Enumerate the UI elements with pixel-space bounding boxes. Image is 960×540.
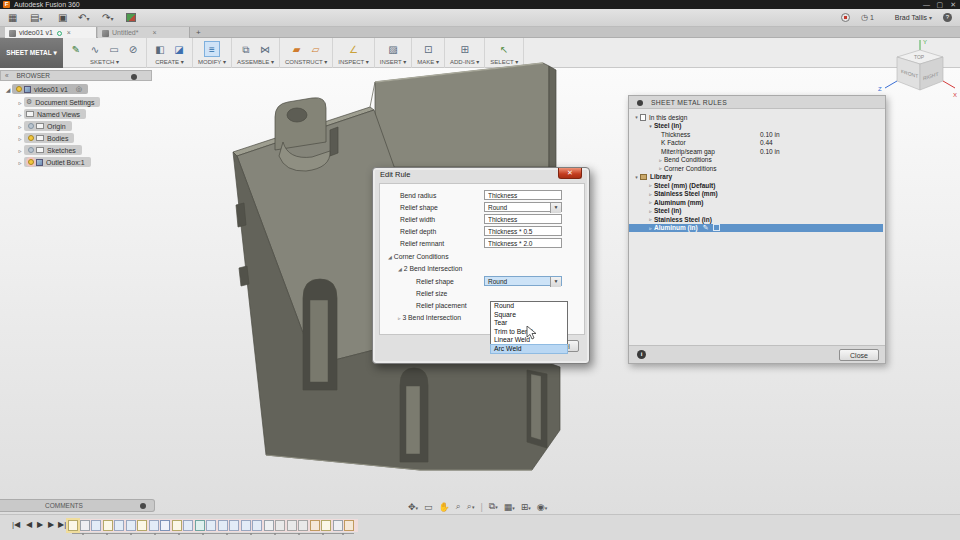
timeline-feature-icon[interactable] [218,520,228,531]
timeline-step-back-icon[interactable]: ◀ [26,520,32,529]
timeline-feature-icon[interactable] [287,520,297,531]
timeline-feature-icon[interactable] [80,520,90,531]
rules-row[interactable]: ▹Corner Conditions [633,164,883,173]
pan-orbit-icon[interactable]: ✥▾ [408,502,418,512]
expand-icon[interactable]: ▹ [16,135,24,142]
rules-row[interactable]: ▾In this design [633,113,883,122]
expand-icon[interactable]: ▹ [16,147,24,154]
activate-radio-icon[interactable]: ◎ [76,85,82,93]
browser-row[interactable]: ▹ Sketches [4,145,100,155]
visibility-bulb-icon[interactable] [28,135,34,141]
timeline-feature-icon[interactable] [91,520,101,531]
section-label[interactable]: 2 Bend Intersection [404,265,463,272]
dropdown-arrow-icon[interactable]: ▼ [550,277,561,287]
expand-icon[interactable]: ▹ [16,99,24,106]
rules-panel-header[interactable]: SHEET METAL RULES [629,96,885,109]
timeline-play-icon[interactable]: ▶ [37,520,43,529]
browser-row[interactable]: ▹ ⚙Document Settings [4,97,100,107]
dropdown-option[interactable]: Square [491,311,567,320]
visibility-bulb-icon[interactable] [16,86,22,92]
timeline-skip-start-icon[interactable]: |◀ [12,520,20,529]
timeline-feature-icon[interactable] [172,520,182,531]
timeline-feature-icon[interactable] [206,520,216,531]
visibility-bulb-icon[interactable] [28,159,34,165]
dropdown-option-highlighted[interactable]: Arc Weld [491,345,567,354]
timeline-feature-icon[interactable] [264,520,274,531]
look-at-icon[interactable]: ▭ [424,502,433,512]
section-expand-icon[interactable]: ◢ [398,266,402,272]
visibility-icon[interactable]: ◉▾ [537,502,547,512]
rules-row[interactable]: ▹Stainless Steel (in) [633,215,883,224]
relief-depth-input[interactable] [484,226,562,236]
relief-remnant-input[interactable] [484,238,562,248]
rules-row[interactable]: ▹Steel (mm) (Default) [633,181,883,190]
timeline-feature-icon[interactable] [137,520,147,531]
timeline-feature-icon[interactable] [68,520,78,531]
timeline-feature-icon[interactable] [321,520,331,531]
pan-hand-icon[interactable]: ✋ [439,502,450,512]
timeline-feature-icon[interactable] [114,520,124,531]
expand-icon[interactable]: ▹ [16,111,24,118]
relief-shape-select[interactable]: Round▼ [484,202,562,212]
timeline-feature-icon[interactable] [310,520,320,531]
browser-header[interactable]: « BROWSER [0,70,152,81]
dropdown-arrow-icon[interactable]: ▼ [550,203,561,213]
collapse-icon[interactable]: « [5,72,9,79]
info-icon[interactable]: i [637,350,646,359]
timeline-feature-icon[interactable] [149,520,159,531]
visibility-bulb-icon[interactable] [28,147,34,153]
timeline-feature-icon[interactable] [275,520,285,531]
timeline-feature-icon[interactable] [298,520,308,531]
rules-row-selected[interactable]: ▹Aluminum (in) ✎ [629,224,883,233]
timeline-feature-icon[interactable] [183,520,193,531]
browser-root-row[interactable]: ◢ video01 v1 ◎ [4,84,100,94]
timeline-skip-end-icon[interactable]: ▶| [58,520,66,529]
rules-row[interactable]: ▾Library [633,173,883,182]
expand-icon[interactable]: ◢ [4,86,12,93]
section-expand-icon[interactable]: ▹ [398,315,401,321]
panel-grip-icon[interactable] [637,100,643,106]
timeline-feature-icon[interactable] [195,520,205,531]
rules-row[interactable]: ▹Stainless Steel (mm) [633,190,883,199]
timeline-feature-icon[interactable] [126,520,136,531]
timeline-feature-icon[interactable] [229,520,239,531]
browser-row[interactable]: ▹ Outlet Box:1 [4,157,100,167]
visibility-bulb-icon[interactable] [28,123,34,129]
edit-rule-pencil-icon[interactable]: ✎ [703,224,709,232]
section-label[interactable]: 3 Bend Intersection [402,314,461,321]
section-label[interactable]: Corner Conditions [394,253,449,260]
browser-row[interactable]: ▹ Bodies [4,133,100,143]
timeline-feature-icon[interactable] [252,520,262,531]
view-cube[interactable]: Y Z X TOP FRONT RIGHT [875,35,960,105]
browser-row[interactable]: ▹ Named Views [4,109,100,119]
dropdown-option[interactable]: Round [491,302,567,311]
bend-radius-input[interactable] [484,190,562,200]
section-expand-icon[interactable]: ◢ [388,254,392,260]
timeline-feature-icon[interactable] [241,520,251,531]
zoom-icon[interactable]: ⌕ [456,501,461,512]
expand-icon[interactable]: ▹ [16,159,24,166]
timeline-feature-icon[interactable] [333,520,343,531]
browser-options-icon[interactable] [131,74,137,80]
rules-row[interactable]: ▹Bend Conditions [633,156,883,165]
copy-rule-icon[interactable] [713,224,720,231]
rules-row[interactable]: ▹Steel (in) [633,207,883,216]
close-panel-button[interactable]: Close [839,349,879,361]
expand-icon[interactable]: ▹ [16,123,24,130]
dialog-close-button[interactable]: ✕ [558,168,582,179]
rules-row[interactable]: ▾Steel (in) [633,122,883,131]
relief-shape-2bend-select[interactable]: Round▼ [484,276,562,286]
timeline-feature-icon[interactable] [160,520,170,531]
rules-row[interactable]: ▹Aluminum (mm) [633,198,883,207]
relief-width-input[interactable] [484,214,562,224]
grid-settings-icon[interactable]: ▦▾ [504,502,515,512]
browser-row[interactable]: ▹ Origin [4,121,100,131]
viewports-icon[interactable]: ⊞▾ [521,502,531,512]
comments-bar[interactable]: COMMENTS [0,499,155,512]
timeline-step-forward-icon[interactable]: ▶ [48,520,54,529]
zoom-window-icon[interactable]: ⌕▾ [467,501,475,512]
display-settings-icon[interactable]: ⧉▾ [489,501,498,512]
comments-options-icon[interactable] [140,503,146,509]
timeline-feature-icon[interactable] [103,520,113,531]
timeline-feature-icon[interactable] [344,520,354,531]
